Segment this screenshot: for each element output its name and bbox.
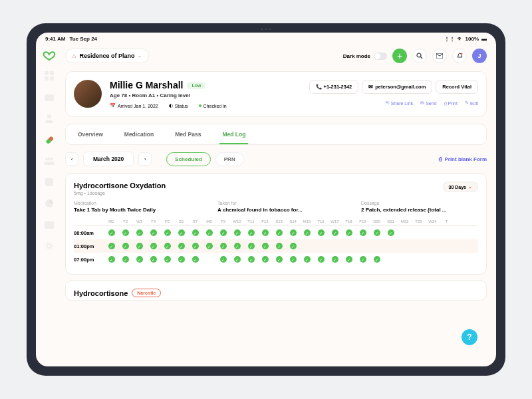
- phone-button[interactable]: 📞+1-231-2342: [309, 80, 359, 94]
- dose-cell[interactable]: ✓: [272, 256, 286, 263]
- dose-cell[interactable]: ✓: [132, 229, 146, 236]
- dose-cell[interactable]: ✓: [258, 229, 272, 236]
- dose-cell[interactable]: ✓: [300, 229, 314, 236]
- dose-cell[interactable]: ✓: [342, 256, 356, 263]
- dose-cell[interactable]: ✓: [118, 243, 132, 249]
- sidebar-reports[interactable]: [43, 198, 55, 209]
- dose-cell[interactable]: ✓: [328, 256, 342, 263]
- dose-cell[interactable]: ✓: [230, 229, 244, 236]
- dose-cell[interactable]: ✓: [244, 256, 258, 263]
- tab-med-log[interactable]: Med Log: [213, 127, 255, 142]
- dose-cell[interactable]: ✓: [286, 229, 300, 236]
- dose-cell[interactable]: ✓: [230, 243, 244, 249]
- dose-cell[interactable]: ✓: [146, 243, 160, 249]
- dose-cell[interactable]: ✓: [356, 256, 370, 263]
- dose-cell[interactable]: ✓: [286, 243, 300, 249]
- record-vital-button[interactable]: Record Vital: [436, 80, 478, 94]
- tab-medication[interactable]: Medication: [115, 127, 163, 142]
- filter-scheduled[interactable]: Scheduled: [166, 152, 210, 166]
- duration-selector[interactable]: 30 Days⌄: [443, 182, 478, 192]
- dose-cell[interactable]: ✓: [258, 256, 272, 263]
- dose-cell[interactable]: ✓: [146, 229, 160, 236]
- dose-cell[interactable]: ✓: [216, 243, 230, 249]
- search-button[interactable]: [412, 49, 427, 63]
- dose-cell[interactable]: ✓: [370, 229, 384, 236]
- dose-cell[interactable]: ✓: [230, 256, 244, 263]
- check-icon: ✓: [374, 229, 380, 236]
- dose-cell[interactable]: ✓: [244, 243, 258, 249]
- dose-cell[interactable]: ✓: [118, 229, 132, 236]
- dose-cell[interactable]: ✓: [300, 256, 314, 263]
- sidebar-billing[interactable]: [43, 219, 55, 231]
- add-button[interactable]: +: [392, 49, 407, 63]
- dose-cell[interactable]: ✓: [244, 229, 258, 236]
- sidebar-medication[interactable]: [43, 134, 55, 146]
- dose-cell[interactable]: ✓: [188, 256, 202, 263]
- status-icon: ◐: [169, 103, 173, 108]
- user-avatar[interactable]: J: [472, 49, 487, 63]
- day-header: S21: [384, 219, 398, 223]
- sidebar-inbox[interactable]: [43, 91, 55, 103]
- dose-cell[interactable]: ✓: [188, 243, 202, 249]
- tab-overview[interactable]: Overview: [68, 127, 112, 142]
- notifications-button[interactable]: [452, 49, 467, 63]
- sidebar-team[interactable]: [43, 155, 55, 167]
- sidebar-tasks[interactable]: [43, 176, 55, 188]
- dose-cell[interactable]: ✓: [216, 256, 230, 263]
- help-button[interactable]: ?: [462, 329, 477, 345]
- print-blank-form[interactable]: ⎙Print blank Form: [439, 156, 487, 162]
- dose-cell[interactable]: ✓: [104, 243, 118, 249]
- location-selector[interactable]: ⌂ Residence of Plano ⌄: [65, 49, 149, 63]
- prev-month-button[interactable]: ‹: [65, 152, 78, 166]
- dose-cell[interactable]: ✓: [202, 229, 216, 236]
- dose-cell[interactable]: ✓: [160, 229, 174, 236]
- edit-link[interactable]: ✎Edit: [465, 100, 478, 106]
- medication-subtitle: 5mg • 1dosage: [74, 191, 166, 196]
- patient-photo[interactable]: [74, 80, 102, 108]
- sidebar-settings[interactable]: [43, 240, 55, 252]
- dose-cell[interactable]: ✓: [258, 243, 272, 249]
- chevron-down-icon: ⌄: [468, 184, 472, 190]
- dose-cell[interactable]: ✓: [160, 256, 174, 263]
- dose-cell[interactable]: ✓: [174, 229, 188, 236]
- dose-cell[interactable]: ✓: [216, 229, 230, 236]
- dose-cell[interactable]: ✓: [104, 229, 118, 236]
- next-month-button[interactable]: ›: [138, 152, 152, 166]
- dose-cell[interactable]: ✓: [174, 256, 188, 263]
- dose-cell[interactable]: ✓: [104, 256, 118, 263]
- dose-cell[interactable]: ✓: [384, 229, 398, 236]
- dose-cell[interactable]: ✓: [328, 229, 342, 236]
- app-logo[interactable]: [43, 50, 56, 61]
- dose-cell[interactable]: ✓: [132, 256, 146, 263]
- mail-button[interactable]: [432, 49, 447, 63]
- dose-cell[interactable]: ✓: [188, 229, 202, 236]
- dose-cell[interactable]: ✓: [286, 256, 300, 263]
- sidebar-user[interactable]: [43, 112, 55, 124]
- dose-cell[interactable]: ✓: [370, 256, 384, 263]
- dose-cell[interactable]: ✓: [202, 243, 216, 249]
- share-link[interactable]: ⇱Share Link: [386, 100, 413, 106]
- month-label[interactable]: March 2020: [83, 152, 134, 166]
- dose-cell[interactable]: ✓: [356, 229, 370, 236]
- svg-point-20: [460, 53, 462, 55]
- tab-med-pass[interactable]: Med Pass: [166, 127, 210, 142]
- dose-cell[interactable]: ✓: [272, 243, 286, 249]
- day-header: S13: [272, 219, 286, 223]
- email-button[interactable]: ✉peterson@gmail.com: [362, 80, 432, 94]
- dark-mode-toggle[interactable]: [374, 53, 387, 60]
- dose-cell[interactable]: ✓: [174, 243, 188, 249]
- send-link[interactable]: ✉Send: [420, 100, 436, 106]
- dose-cell[interactable]: ✓: [132, 243, 146, 249]
- dose-cell[interactable]: ✓: [314, 256, 328, 263]
- check-icon: ✓: [248, 256, 255, 263]
- dose-cell[interactable]: ✓: [160, 243, 174, 249]
- dose-cell[interactable]: ✓: [118, 256, 132, 263]
- filter-prn[interactable]: PRN: [215, 152, 244, 166]
- dose-cell[interactable]: ✓: [314, 229, 328, 236]
- day-header: W17: [328, 219, 342, 223]
- dose-cell[interactable]: ✓: [146, 256, 160, 263]
- print-link[interactable]: ⎙Print: [444, 100, 458, 106]
- dose-cell[interactable]: ✓: [342, 229, 356, 236]
- dose-cell[interactable]: ✓: [272, 229, 286, 236]
- sidebar-dashboard[interactable]: [43, 70, 55, 82]
